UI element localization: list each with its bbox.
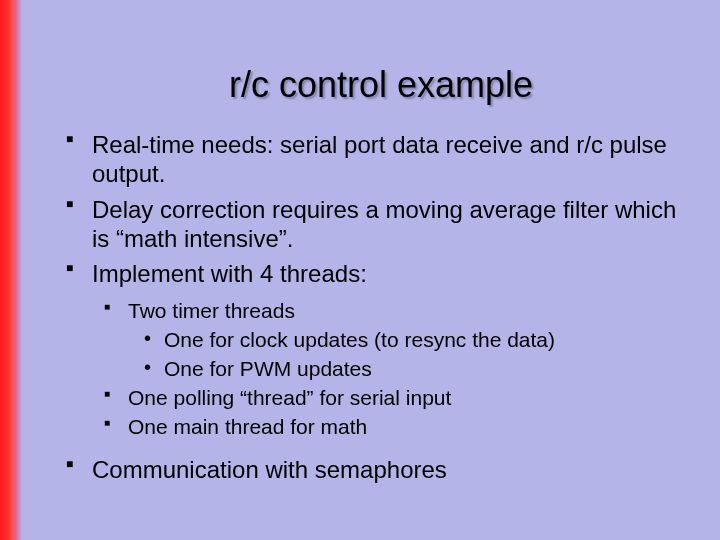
bullet-text: Implement with 4 threads: — [92, 260, 367, 287]
sub-sub-bullet-list: One for clock updates (to resync the dat… — [128, 327, 700, 383]
bullet-text: One polling “thread” for serial input — [128, 386, 451, 409]
sub-sub-bullet-item: One for clock updates (to resync the dat… — [142, 327, 700, 354]
bullet-text: One for clock updates (to resync the dat… — [164, 328, 555, 351]
decorative-edge — [0, 0, 22, 540]
bullet-text: Communication with semaphores — [92, 456, 447, 483]
slide-title: r/c control example — [62, 0, 700, 130]
bullet-item: Real-time needs: serial port data receiv… — [62, 130, 700, 189]
bullet-item: Delay correction requires a moving avera… — [62, 195, 700, 254]
slide: r/c control example Real-time needs: ser… — [0, 0, 720, 540]
bullet-text: One main thread for math — [128, 415, 367, 438]
sub-bullet-item: Two timer threads One for clock updates … — [102, 298, 700, 383]
sub-bullet-list: Two timer threads One for clock updates … — [92, 298, 700, 440]
sub-bullet-item: One main thread for math — [102, 414, 700, 441]
bullet-text: One for PWM updates — [164, 357, 372, 380]
bullet-item: Implement with 4 threads: Two timer thre… — [62, 259, 700, 441]
sub-bullet-item: One polling “thread” for serial input — [102, 385, 700, 412]
slide-content: r/c control example Real-time needs: ser… — [22, 0, 720, 540]
bullet-text: Delay correction requires a moving avera… — [92, 196, 676, 252]
bullet-text: Real-time needs: serial port data receiv… — [92, 131, 667, 187]
bullet-list: Real-time needs: serial port data receiv… — [62, 130, 700, 484]
bullet-text: Two timer threads — [128, 299, 295, 322]
bullet-item: Communication with semaphores — [62, 455, 700, 484]
sub-sub-bullet-item: One for PWM updates — [142, 356, 700, 383]
